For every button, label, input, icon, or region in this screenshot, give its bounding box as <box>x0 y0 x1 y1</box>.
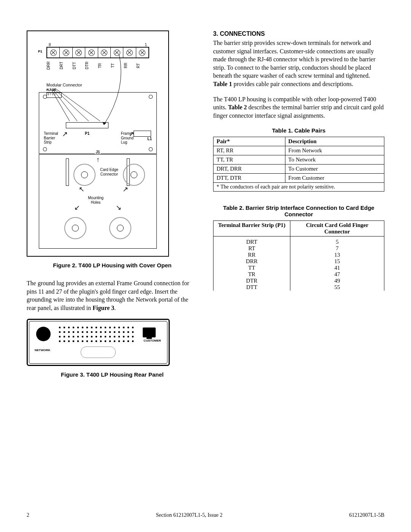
table-2-head-c1: Terminal Barrier Strip (P1) <box>213 221 290 236</box>
cell: 55 <box>290 284 384 291</box>
mount-hole-icon <box>123 164 145 186</box>
cell: DRR <box>213 258 290 265</box>
arrow-up-icon: ↑ <box>96 156 100 163</box>
para-text: . <box>114 305 116 311</box>
footer-center: Section 61212007L1-5, Issue 2 <box>156 512 223 518</box>
para-text: provides cable pair connections and desc… <box>232 81 354 87</box>
terminal-barrier-strip-label: Terminal Barrier Strip <box>44 131 58 145</box>
section-heading: 3. CONNECTIONS <box>213 30 384 37</box>
housing-lower-rect: Card Edge Connector ↑ Mounting Holes ↙ ↘… <box>39 154 157 249</box>
table-row: RT, RRFrom Network <box>213 146 384 155</box>
cell: 41 <box>290 265 384 271</box>
cell: TT <box>213 265 290 271</box>
cell: TR <box>213 271 290 278</box>
table-row: TT, TRTo Network <box>213 155 384 165</box>
figure-3-ref: Figure 3 <box>92 305 114 311</box>
vent-holes-icon <box>57 325 134 343</box>
cell: DTR <box>213 278 290 284</box>
network-label: NETWORK <box>35 348 50 352</box>
mount-hole-icon <box>109 217 131 239</box>
connections-paragraph-1: The barrier strip provides screw-down te… <box>213 39 384 88</box>
section-title: CONNECTIONS <box>220 30 265 37</box>
footer-page-number: 2 <box>27 512 29 518</box>
cell: DRT, DRR <box>213 165 285 174</box>
page-footer: 2 Section 61212007L1-5, Issue 2 61212007… <box>27 512 384 518</box>
center-slot-icon <box>81 347 116 358</box>
table-1-caption: Table 1. Cable Pairs <box>213 127 384 134</box>
cell: RT, RR <box>213 146 285 155</box>
table-1-cable-pairs: Pair* Description RT, RRFrom Network TT,… <box>213 137 384 192</box>
figure-3-inner-frame: NETWORK CUSTOMER <box>29 321 167 364</box>
left-column: 8 1 P1 DRR <box>27 30 198 388</box>
figure-3-diagram: NETWORK CUSTOMER <box>27 319 170 366</box>
page: 8 1 P1 DRR <box>0 0 411 532</box>
table-1-head-pair: Pair* <box>213 137 285 146</box>
cell: 49 <box>290 278 384 284</box>
two-column-layout: 8 1 P1 DRR <box>27 30 384 388</box>
table-1-footnote-row: * The conductors of each pair are not po… <box>213 183 384 192</box>
para-text: The barrier strip provides screw-down te… <box>213 40 376 79</box>
housing-upper-rect: Terminal Barrier Strip P1 Frame Ground L… <box>39 92 157 154</box>
customer-label: CUSTOMER <box>143 339 161 342</box>
ground-lug-paragraph: The ground lug provides an external Fram… <box>27 279 198 312</box>
mount-hole-icon <box>64 217 86 239</box>
arrow-icon: ↖ <box>79 186 84 193</box>
cell: DTT <box>213 284 290 291</box>
rail-icon <box>66 158 69 186</box>
mount-hole-icon <box>73 164 96 186</box>
arrow-icon: ↗ <box>62 131 68 137</box>
section-number: 3. <box>213 30 218 37</box>
figure-2-caption: Figure 2. T400 LP Housing with Cover Ope… <box>27 262 198 268</box>
cell: 15 <box>290 258 384 265</box>
table-row: DTT, DTRFrom Customer <box>213 174 384 183</box>
arrow-icon: ↗ <box>129 131 134 137</box>
cell: From Network <box>285 146 384 155</box>
cell: 13 <box>290 252 384 258</box>
figure-2-diagram: 8 1 P1 DRR <box>27 30 169 257</box>
arrow-icon: ↗ <box>123 186 128 193</box>
card-edge-connector-label: Card Edge Connector <box>100 168 118 176</box>
connections-paragraph-2: The T400 LP housing is compatible with o… <box>213 95 384 120</box>
cell: TT, TR <box>213 155 285 165</box>
cell: RR <box>213 252 290 258</box>
table-2-barrier-strip: Terminal Barrier Strip (P1) Circuit Card… <box>213 220 384 291</box>
table-2-caption: Table 2. Barrier Strip Interface Connect… <box>213 204 384 217</box>
cell: To Network <box>285 155 384 165</box>
table-1-ref: Table 1 <box>213 81 232 87</box>
arrow-icon: ↙ <box>74 204 80 211</box>
j1-label: J1 <box>95 150 100 155</box>
cell: RT <box>213 245 290 252</box>
mounting-holes-label: Mounting Holes <box>88 196 104 204</box>
footer-right: 61212007L1-5B <box>349 512 384 518</box>
cell: 7 <box>290 245 384 252</box>
cell: To Customer <box>285 165 384 174</box>
figure-3-caption: Figure 3. T400 LP Housing Rear Panel <box>27 371 198 378</box>
cell: 47 <box>290 271 384 278</box>
right-column: 3. CONNECTIONS The barrier strip provide… <box>213 30 384 388</box>
cell: DTT, DTR <box>213 174 285 183</box>
cell: DRT <box>213 239 290 245</box>
table-row: DRT RT RR DRR TT TR DTR DTT 5 7 13 <box>213 236 384 291</box>
table-row: DRT, DRRTo Customer <box>213 165 384 174</box>
table-2-ref: Table 2 <box>228 104 247 110</box>
cell: From Customer <box>285 174 384 183</box>
arrow-icon: ↘ <box>116 204 121 211</box>
table-1-footnote: * The conductors of each pair are not po… <box>213 183 384 192</box>
p1-small-label: P1 <box>85 131 89 136</box>
cell-col: 5 7 13 15 41 47 49 55 <box>290 236 384 291</box>
l1-label: L1 <box>147 137 152 141</box>
customer-port-icon <box>143 328 156 337</box>
cell: 5 <box>290 239 384 245</box>
pin-index-8: 8 <box>49 43 51 47</box>
table-1-head-desc: Description <box>285 137 384 146</box>
cell-col: DRT RT RR DRR TT TR DTR DTT <box>213 236 290 291</box>
pin-index-1: 1 <box>145 43 147 47</box>
network-port-icon <box>36 327 51 341</box>
table-2-head-c2: Circuit Card Gold Finger Connector <box>290 221 384 236</box>
